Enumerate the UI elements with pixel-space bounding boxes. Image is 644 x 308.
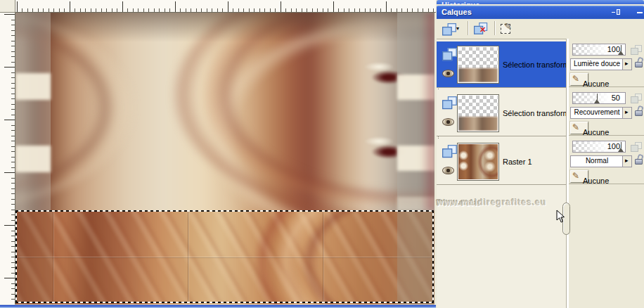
layer-name: Sélection transform xyxy=(503,109,566,117)
merge-group-button[interactable]: ✎Aucune xyxy=(570,73,588,86)
blend-mode-value: Recouvrement xyxy=(572,108,622,116)
layer-thumbnail xyxy=(458,95,498,131)
canvas-upper-image xyxy=(15,13,434,211)
brush-icon: ✎ xyxy=(572,171,579,181)
visibility-eye-icon[interactable] xyxy=(442,167,454,174)
merge-group-button[interactable]: ✎Aucune xyxy=(570,122,588,134)
ruler-corner xyxy=(0,0,15,13)
new-layer-button[interactable]: ▾ xyxy=(441,20,462,37)
layer-controls-group: 50 Recouvrement ▸ ✎Aucune xyxy=(569,89,644,136)
layers-panel: Historique Calques ▾ ✕ ✎ xyxy=(436,0,644,308)
opacity-field[interactable]: 50 xyxy=(572,92,626,104)
window-bottom-border xyxy=(0,304,436,308)
flyout-arrow-icon: ▸ xyxy=(625,108,629,115)
unlocked-padlock-icon[interactable] xyxy=(635,153,644,165)
layer-controls-column: 100 Lumière douce ▸ ✎Aucune xyxy=(569,39,644,308)
partial-palette-titlebar[interactable]: Historique xyxy=(437,0,644,4)
layer-name: Sélection transform xyxy=(503,60,566,69)
edit-selection-button[interactable]: ✎ xyxy=(498,20,520,37)
layer-thumbnail xyxy=(458,46,498,83)
merge-group-button[interactable]: ✎Aucune xyxy=(570,170,588,183)
unlocked-padlock-icon[interactable] xyxy=(635,105,644,117)
new-layer-icon xyxy=(442,23,456,36)
lower-tile-tone xyxy=(15,257,434,304)
link-layers-icon[interactable] xyxy=(631,142,642,152)
tile-seam xyxy=(15,257,434,257)
vertical-ruler xyxy=(0,13,15,308)
canvas-selection-content xyxy=(15,211,434,304)
blend-mode-dropdown[interactable]: Lumière douce ▸ xyxy=(570,58,632,70)
toolbar-separator xyxy=(468,21,469,35)
light-block xyxy=(15,73,51,100)
toolbar-separator xyxy=(494,21,496,35)
layer-type-icon xyxy=(442,96,457,109)
image-canvas[interactable] xyxy=(15,13,434,304)
tile-seam xyxy=(188,211,188,304)
right-crimson-edge xyxy=(420,13,434,211)
mouse-cursor xyxy=(556,210,565,224)
pin-icon[interactable] xyxy=(612,9,620,15)
blend-mode-dropdown[interactable]: Recouvrement ▸ xyxy=(570,107,632,119)
flyout-arrow-icon: ▸ xyxy=(625,60,629,67)
merge-label: Aucune xyxy=(583,128,609,136)
opacity-value: 50 xyxy=(612,94,620,102)
layer-thumbnail xyxy=(458,143,498,180)
opacity-slider-handle[interactable] xyxy=(618,51,624,55)
brush-icon: ✎ xyxy=(572,122,579,132)
visibility-eye-icon[interactable] xyxy=(442,118,454,126)
minimize-icon[interactable] xyxy=(637,12,643,13)
layer-type-icon xyxy=(442,48,457,60)
merge-label: Aucune xyxy=(583,177,609,185)
layer-row[interactable]: Raster 1 xyxy=(437,139,566,185)
merge-label: Aucune xyxy=(583,79,609,88)
tile-seam xyxy=(323,211,323,304)
blend-mode-value: Lumière douce xyxy=(572,60,622,68)
horizontal-ruler xyxy=(15,0,436,13)
layer-row[interactable]: Sélection transform xyxy=(437,41,566,88)
psp-workspace: Historique Calques ▾ ✕ ✎ xyxy=(0,0,644,308)
layer-controls-group: 100 Normal ▸ ✎Aucune xyxy=(569,138,644,184)
layer-row[interactable]: Sélection transform xyxy=(437,90,566,136)
layers-toolbar: ▾ ✕ ✎ xyxy=(437,19,644,39)
partial-palette-title: Historique xyxy=(442,1,479,4)
unlocked-padlock-icon[interactable] xyxy=(635,56,644,68)
blend-mode-dropdown[interactable]: Normal ▸ xyxy=(570,155,632,167)
layer-name: Raster 1 xyxy=(503,158,566,166)
left-muted-strip xyxy=(15,13,51,211)
dropdown-arrow-icon: ▾ xyxy=(456,25,459,32)
dropdown-arrow-button[interactable]: ▸ xyxy=(622,59,631,70)
delete-x-icon: ✕ xyxy=(479,25,486,34)
delete-layer-button[interactable]: ✕ xyxy=(472,20,493,37)
upper-top-shadow xyxy=(15,13,434,42)
brush-icon: ✎ xyxy=(572,74,579,84)
tile-seam xyxy=(53,211,53,304)
lower-left-mute xyxy=(15,211,53,304)
opacity-slider-handle[interactable] xyxy=(618,148,624,152)
flyout-arrow-icon: ▸ xyxy=(625,157,629,164)
visibility-eye-icon[interactable] xyxy=(442,70,454,77)
watermark-line2: www.maldiregrafites.eu xyxy=(437,197,546,209)
upper-right-arcs xyxy=(15,13,434,211)
link-layers-icon[interactable] xyxy=(631,94,642,103)
lower-right-mute xyxy=(397,211,434,304)
opacity-field[interactable]: 100 xyxy=(572,44,626,56)
link-layers-icon[interactable] xyxy=(631,45,642,55)
layer-list: Sélection transform Sélection transform … xyxy=(437,39,566,308)
layer-type-icon xyxy=(442,145,457,158)
opacity-slider-handle[interactable] xyxy=(594,99,600,103)
opacity-field[interactable]: 100 xyxy=(572,141,626,153)
layer-controls-group: 100 Lumière douce ▸ ✎Aucune xyxy=(569,41,644,87)
dropdown-arrow-button[interactable]: ▸ xyxy=(622,156,631,167)
dropdown-arrow-button[interactable]: ▸ xyxy=(622,108,631,118)
palette-title: Calques xyxy=(442,8,472,16)
blend-mode-value: Normal xyxy=(572,157,622,165)
light-block xyxy=(15,146,51,172)
brush-icon: ✎ xyxy=(504,21,512,32)
layers-palette-titlebar[interactable]: Calques xyxy=(437,6,644,19)
